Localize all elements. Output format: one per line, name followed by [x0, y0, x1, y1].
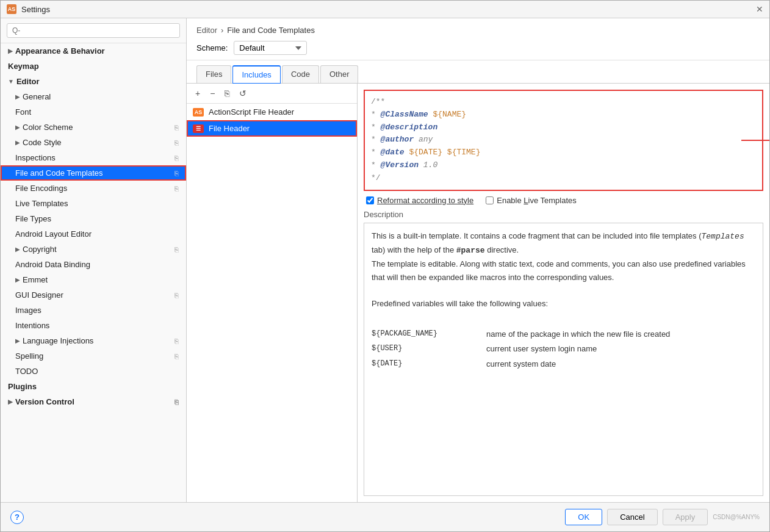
expand-arrow: ▶	[8, 398, 13, 405]
sidebar-item-appearance[interactable]: ▶ Appearance & Behavior	[1, 43, 186, 59]
tab-files[interactable]: Files	[196, 65, 231, 83]
sidebar-item-label: Keymap	[8, 62, 39, 71]
footer: ? OK Cancel Apply CSDN@%ANY%	[1, 502, 769, 531]
sidebar-item-images[interactable]: Images	[1, 303, 186, 318]
copy-icon: ⎘	[175, 353, 179, 360]
expand-arrow: ▶	[15, 246, 20, 253]
sidebar-item-label: Color Scheme	[23, 123, 73, 132]
code-line: * @date ${DATE} ${TIME}	[371, 146, 756, 159]
sidebar-item-label: Intentions	[15, 321, 49, 330]
sidebar-item-label: Plugins	[8, 382, 37, 391]
code-editor[interactable]: /** * @ClassName ${NAME} * @description …	[364, 90, 763, 191]
expand-arrow: ▶	[8, 48, 13, 54]
sidebar-item-color-scheme[interactable]: ▶ Color Scheme ⎘	[1, 120, 186, 135]
copy-icon: ⎘	[175, 170, 179, 177]
sidebar-item-label: Live Templates	[15, 199, 68, 208]
sidebar-item-label: Spelling	[15, 351, 43, 361]
sidebar-item-label: File Encodings	[15, 184, 67, 193]
sidebar-item-copyright[interactable]: ▶ Copyright ⎘	[1, 242, 186, 257]
scheme-label: Scheme:	[196, 43, 228, 52]
sidebar-item-language-injections[interactable]: ▶ Language Injections ⎘	[1, 333, 186, 348]
live-templates-checkbox-label[interactable]: Enable Live Templates	[486, 196, 577, 205]
live-templates-checkbox[interactable]	[486, 196, 494, 204]
reset-template-button[interactable]: ↺	[237, 87, 249, 99]
search-input[interactable]	[7, 23, 180, 38]
copy-icon: ⎘	[175, 154, 179, 162]
code-line: * @author any	[371, 134, 756, 146]
sidebar-item-plugins[interactable]: Plugins	[1, 379, 186, 394]
var-desc: current system date	[486, 358, 556, 371]
sidebar-item-gui-designer[interactable]: GUI Designer ⎘	[1, 287, 186, 303]
cancel-button[interactable]: Cancel	[607, 509, 657, 525]
remove-template-button[interactable]: −	[207, 87, 217, 99]
template-item-file-header[interactable]: ☰ File Header	[187, 120, 357, 137]
code-line: * @Version 1.0	[371, 159, 756, 172]
tab-code[interactable]: Code	[282, 65, 319, 83]
copy-icon: ⎘	[175, 124, 179, 131]
sidebar-item-label: Editor	[16, 77, 40, 86]
expand-arrow: ▼	[8, 78, 14, 85]
sidebar-item-android-layout-editor[interactable]: Android Layout Editor	[1, 226, 186, 242]
sidebar-item-file-encodings[interactable]: File Encodings ⎘	[1, 181, 186, 196]
sidebar-item-todo[interactable]: TODO	[1, 364, 186, 379]
variables-table: ${PACKAGE_NAME} name of the package in w…	[372, 328, 755, 371]
description-area: Description This is a built-in template.…	[358, 210, 769, 502]
sidebar-item-file-code-templates[interactable]: File and Code Templates ⎘	[1, 165, 186, 181]
breadcrumb-parent: Editor	[196, 26, 217, 35]
copy-icon: ⎘	[175, 246, 179, 253]
content-area: ▶ Appearance & Behavior Keymap ▼ Editor …	[1, 18, 769, 502]
sidebar-item-label: Version Control	[15, 397, 74, 406]
sidebar-item-font[interactable]: Font	[1, 104, 186, 120]
sidebar-item-version-control[interactable]: ▶ Version Control ⎘	[1, 394, 186, 409]
sidebar-item-inspections[interactable]: Inspections ⎘	[1, 150, 186, 165]
expand-arrow: ▶	[15, 337, 20, 344]
sidebar-item-label: Inspections	[15, 153, 56, 162]
var-name: ${PACKAGE_NAME}	[372, 328, 481, 341]
template-item-actionscript[interactable]: AS ActionScript File Header	[187, 104, 357, 120]
template-list: + − ⎘ ↺ AS ActionScript File Header ☰ Fi…	[187, 84, 358, 502]
sidebar-item-intentions[interactable]: Intentions	[1, 318, 186, 333]
scheme-select[interactable]: Default Project	[234, 41, 307, 55]
apply-button[interactable]: Apply	[663, 509, 708, 525]
copy-icon: ⎘	[175, 292, 179, 299]
sidebar-item-spelling[interactable]: Spelling ⎘	[1, 348, 186, 364]
sidebar-item-keymap[interactable]: Keymap	[1, 59, 186, 74]
close-button[interactable]: ✕	[756, 4, 763, 14]
sidebar-item-live-templates[interactable]: Live Templates	[1, 196, 186, 211]
code-editor-area: /** * @ClassName ${NAME} * @description …	[358, 84, 769, 502]
add-template-button[interactable]: +	[193, 87, 203, 99]
main-body: + − ⎘ ↺ AS ActionScript File Header ☰ Fi…	[187, 84, 769, 502]
var-desc: name of the package in which the new fil…	[486, 328, 670, 341]
tab-other[interactable]: Other	[320, 65, 359, 83]
var-row-user: ${USER} current user system login name	[372, 343, 755, 356]
search-box	[1, 18, 186, 43]
sidebar-item-general[interactable]: ▶ General	[1, 89, 186, 104]
sidebar-item-file-types[interactable]: File Types	[1, 211, 186, 226]
sidebar-item-label: Font	[15, 107, 31, 117]
expand-arrow: ▶	[15, 276, 20, 283]
template-items: AS ActionScript File Header ☰ File Heade…	[187, 104, 357, 502]
sidebar-item-emmet[interactable]: ▶ Emmet	[1, 272, 186, 287]
reformat-checkbox-label[interactable]: Reformat according to style	[366, 196, 473, 205]
template-item-label: ActionScript File Header	[209, 107, 294, 117]
breadcrumb: Editor › File and Code Templates	[196, 26, 760, 35]
expand-arrow: ▶	[15, 139, 20, 146]
template-toolbar: + − ⎘ ↺	[187, 84, 357, 104]
live-templates-label: Enable Live Templates	[497, 196, 577, 205]
help-button[interactable]: ?	[10, 511, 24, 524]
copy-template-button[interactable]: ⎘	[222, 87, 232, 99]
sidebar-item-editor[interactable]: ▼ Editor	[1, 74, 186, 89]
expand-arrow: ▶	[15, 124, 20, 131]
reformat-checkbox[interactable]	[366, 196, 374, 204]
window-title: Settings	[21, 5, 751, 14]
sidebar-item-android-data-binding[interactable]: Android Data Binding	[1, 257, 186, 272]
reformat-label: Reformat according to style	[377, 196, 473, 205]
var-desc: current user system login name	[486, 343, 597, 356]
main-header: Editor › File and Code Templates Scheme:…	[187, 18, 769, 60]
sidebar-item-code-style[interactable]: ▶ Code Style ⎘	[1, 135, 186, 150]
sidebar-item-label: Copyright	[23, 245, 57, 254]
copy-icon: ⎘	[175, 398, 179, 406]
tab-includes[interactable]: Includes	[232, 65, 280, 84]
ok-button[interactable]: OK	[565, 509, 602, 525]
code-line: /**	[371, 96, 756, 109]
